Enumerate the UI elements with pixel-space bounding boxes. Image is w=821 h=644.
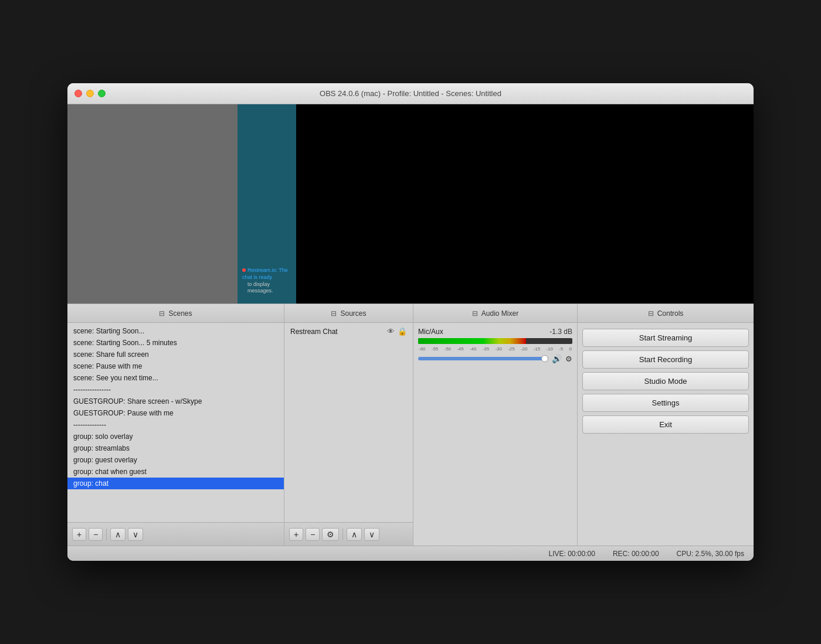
- scene-item[interactable]: scene: Pause with me: [67, 360, 284, 372]
- audio-mixer-panel: ⊟ Audio Mixer Mic/Aux -1.3 dB -60 -55 -5…: [413, 304, 578, 546]
- scene-item[interactable]: scene: Share full screen: [67, 349, 284, 360]
- meter-scale: -60 -55 -50 -45 -40 -35 -30 -25 -20 -15 …: [418, 346, 572, 352]
- scenes-remove-button[interactable]: −: [89, 528, 103, 541]
- scene-item[interactable]: ----------------: [67, 384, 284, 396]
- scene-item[interactable]: GUESTGROUP: Share screen - w/Skype: [67, 396, 284, 407]
- audio-channel-controls: 🔊 ⚙: [418, 354, 572, 363]
- close-button[interactable]: [74, 90, 82, 97]
- start-streaming-button[interactable]: Start Streaming: [582, 329, 749, 347]
- settings-button[interactable]: Settings: [582, 394, 749, 412]
- sources-add-button[interactable]: +: [289, 528, 303, 541]
- restream-badge: Restream.io: The chat is ready to displa…: [242, 267, 296, 295]
- obs-window: OBS 24.0.6 (mac) - Profile: Untitled - S…: [67, 83, 754, 561]
- volume-knob: [541, 355, 548, 362]
- sources-divider: [342, 529, 343, 540]
- statusbar: LIVE: 00:00:00 REC: 00:00:00 CPU: 2.5%, …: [67, 546, 754, 561]
- live-time: LIVE: 00:00:00: [548, 550, 595, 558]
- preview-left: [67, 104, 238, 304]
- scenes-up-button[interactable]: ∧: [110, 528, 125, 541]
- scene-item[interactable]: group: chat when guest: [67, 466, 284, 478]
- scenes-add-button[interactable]: +: [72, 528, 86, 541]
- scenes-panel: ⊟ Scenes scene: Starting Soon...scene: S…: [67, 304, 284, 546]
- scene-item[interactable]: group: guest overlay: [67, 454, 284, 466]
- mic-db-value: -1.3 dB: [549, 328, 572, 336]
- lock-icon[interactable]: 🔒: [398, 327, 407, 336]
- sources-list: Restream Chat👁🔒: [284, 323, 413, 522]
- sources-toolbar: + − ⚙ ∧ ∨: [284, 522, 413, 546]
- source-label: Restream Chat: [290, 328, 338, 336]
- sources-remove-button[interactable]: −: [306, 528, 320, 541]
- source-icons: 👁🔒: [387, 327, 407, 336]
- volume-slider[interactable]: [418, 357, 548, 360]
- scene-item[interactable]: group: chat: [67, 478, 284, 489]
- scene-item[interactable]: group: streamlabs: [67, 442, 284, 454]
- audio-mixer-header: ⊟ Audio Mixer: [413, 304, 577, 323]
- audio-mixer-label: Audio Mixer: [481, 309, 518, 318]
- start-recording-button[interactable]: Start Recording: [582, 350, 749, 369]
- speaker-icon[interactable]: 🔊: [552, 354, 562, 363]
- scenes-toolbar: + − ∧ ∨: [67, 522, 284, 546]
- panels-container: ⊟ Scenes scene: Starting Soon...scene: S…: [67, 304, 754, 546]
- toolbar-divider: [106, 529, 107, 540]
- mic-channel-name: Mic/Aux: [418, 328, 443, 336]
- preview-center: Restream.io: The chat is ready to displa…: [238, 104, 296, 304]
- preview-area: Restream.io: The chat is ready to displa…: [67, 104, 754, 304]
- controls-body: Start StreamingStart RecordingStudio Mod…: [578, 323, 754, 522]
- window-title: OBS 24.0.6 (mac) - Profile: Untitled - S…: [320, 89, 501, 98]
- scene-item[interactable]: GUESTGROUP: Pause with me: [67, 407, 284, 419]
- sources-label: Sources: [340, 309, 366, 318]
- source-item: Restream Chat👁🔒: [284, 325, 413, 338]
- audio-channel-header: Mic/Aux -1.3 dB: [418, 328, 572, 336]
- controls-panel-header: ⊟ Controls: [578, 304, 754, 323]
- rec-time: REC: 00:00:00: [613, 550, 659, 558]
- minimize-button[interactable]: [86, 90, 94, 97]
- studio-mode-button[interactable]: Studio Mode: [582, 372, 749, 390]
- audio-gear-icon[interactable]: ⚙: [565, 355, 572, 363]
- traffic-lights: [74, 90, 106, 97]
- sources-down-button[interactable]: ∨: [364, 528, 379, 541]
- cpu-fps: CPU: 2.5%, 30.00 fps: [677, 550, 744, 558]
- sources-panel-header: ⊟ Sources: [284, 304, 413, 323]
- titlebar: OBS 24.0.6 (mac) - Profile: Untitled - S…: [67, 83, 754, 104]
- sources-gear-button[interactable]: ⚙: [322, 528, 339, 541]
- scenes-panel-header: ⊟ Scenes: [67, 304, 284, 323]
- scene-item[interactable]: --------------: [67, 419, 284, 431]
- scene-item[interactable]: scene: Starting Soon... 5 minutes: [67, 337, 284, 349]
- scene-item[interactable]: scene: Starting Soon...: [67, 325, 284, 337]
- controls-label: Controls: [657, 309, 684, 318]
- scenes-down-button[interactable]: ∨: [128, 528, 143, 541]
- maximize-button[interactable]: [98, 90, 106, 97]
- controls-panel: ⊟ Controls Start StreamingStart Recordin…: [578, 304, 754, 546]
- audio-meter-fill: [418, 338, 526, 344]
- audio-meter: [418, 338, 572, 344]
- scenes-list[interactable]: scene: Starting Soon...scene: Starting S…: [67, 323, 284, 522]
- sources-up-button[interactable]: ∧: [347, 528, 362, 541]
- scene-item[interactable]: group: solo overlay: [67, 431, 284, 442]
- eye-icon[interactable]: 👁: [387, 327, 395, 336]
- audio-mixer-body: Mic/Aux -1.3 dB -60 -55 -50 -45 -40 -35 …: [413, 323, 577, 546]
- sources-panel: ⊟ Sources Restream Chat👁🔒 + − ⚙ ∧ ∨: [284, 304, 413, 546]
- exit-button[interactable]: Exit: [582, 415, 749, 434]
- audio-channel-mic: Mic/Aux -1.3 dB -60 -55 -50 -45 -40 -35 …: [418, 328, 572, 363]
- scenes-label: Scenes: [168, 309, 192, 318]
- scene-item[interactable]: scene: See you next time...: [67, 372, 284, 384]
- preview-main: [296, 104, 754, 304]
